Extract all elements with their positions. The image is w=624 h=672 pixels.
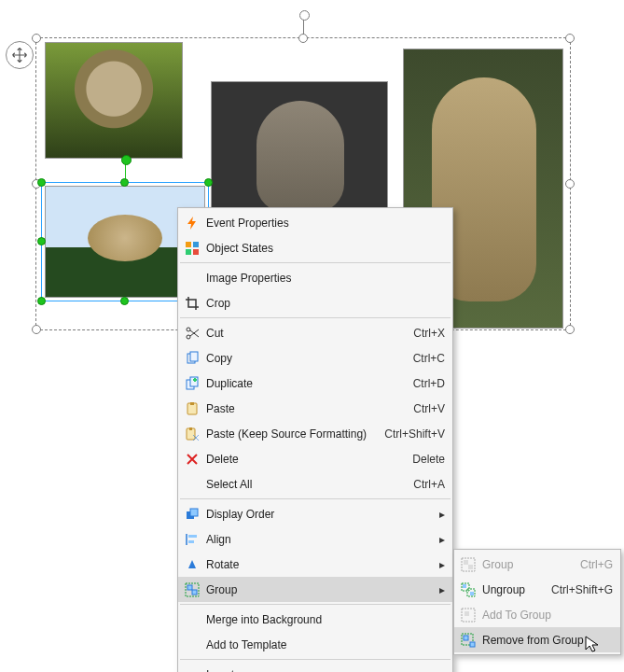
svg-rect-13 (189, 427, 192, 430)
menu-item-label: Select All (202, 478, 404, 491)
menu-item-object-states[interactable]: Object States (178, 235, 452, 260)
svg-rect-19 (187, 585, 192, 590)
menu-item-image-properties[interactable]: Image Properties (178, 265, 452, 290)
resize-handle[interactable] (120, 178, 129, 187)
menu-item-label: Paste (202, 402, 404, 415)
menu-item-label: Add to Template (202, 638, 445, 651)
menu-item-label: Insert (202, 668, 434, 673)
submenu-item-ungroup[interactable]: Ungroup Ctrl+Shift+G (454, 577, 620, 602)
svg-rect-1 (193, 242, 199, 247)
menu-item-merge-into-background[interactable]: Merge into Background (178, 607, 452, 632)
menu-item-label: Crop (202, 297, 445, 310)
menu-item-label: Merge into Background (202, 613, 445, 626)
menu-item-label: Ungroup (478, 583, 542, 596)
svg-rect-2 (186, 249, 191, 255)
menu-item-label: Align (202, 533, 434, 546)
resize-handle[interactable] (37, 178, 46, 187)
menu-item-shortcut: Ctrl+V (404, 402, 445, 415)
menu-item-label: Remove from Group (478, 634, 613, 647)
context-submenu-group: Group Ctrl+G Ungroup Ctrl+Shift+G Add To… (453, 549, 621, 655)
menu-item-label: Display Order (202, 508, 434, 521)
menu-item-shortcut: Ctrl+Shift+G (542, 583, 613, 596)
menu-separator (180, 262, 451, 263)
resize-handle[interactable] (120, 297, 129, 305)
menu-item-crop[interactable]: Crop (178, 290, 452, 315)
svg-rect-32 (470, 642, 475, 647)
menu-item-shortcut: Ctrl+A (404, 478, 445, 491)
svg-rect-17 (188, 540, 194, 543)
menu-item-display-order[interactable]: Display Order ▸ (178, 501, 452, 526)
svg-point-5 (187, 328, 190, 331)
menu-item-cut[interactable]: Cut Ctrl+X (178, 320, 452, 345)
svg-rect-26 (463, 584, 466, 588)
menu-item-group[interactable]: Group ▸ (178, 577, 452, 602)
add-to-group-icon (458, 608, 478, 623)
crop-icon (182, 296, 202, 311)
chevron-right-icon: ▸ (439, 668, 445, 673)
chevron-right-icon: ▸ (439, 583, 445, 596)
rotate-handle[interactable] (125, 162, 126, 179)
menu-item-shortcut: Ctrl+G (571, 558, 613, 571)
menu-item-shortcut: Delete (403, 453, 445, 466)
duplicate-icon (182, 376, 202, 391)
menu-item-label: Copy (202, 352, 404, 365)
menu-item-paste[interactable]: Paste Ctrl+V (178, 396, 452, 421)
copy-icon (182, 351, 202, 366)
svg-rect-22 (464, 560, 468, 565)
submenu-item-group[interactable]: Group Ctrl+G (454, 552, 620, 577)
submenu-item-remove-from-group[interactable]: Remove from Group (454, 627, 620, 652)
delete-icon (182, 452, 202, 467)
svg-rect-20 (192, 590, 197, 595)
resize-handle[interactable] (298, 34, 308, 43)
menu-item-shortcut: Ctrl+X (404, 327, 445, 340)
move-handle-icon[interactable] (6, 41, 34, 69)
svg-rect-27 (470, 592, 474, 595)
chevron-right-icon: ▸ (439, 558, 445, 571)
submenu-item-add-to-group[interactable]: Add To Group (454, 602, 620, 627)
menu-item-align[interactable]: Align ▸ (178, 526, 452, 552)
group-icon (182, 582, 202, 597)
menu-item-event-properties[interactable]: Event Properties (178, 210, 452, 235)
svg-rect-3 (193, 249, 199, 255)
menu-item-add-to-template[interactable]: Add to Template (178, 632, 452, 657)
menu-separator (180, 498, 451, 499)
menu-item-label: Group (478, 558, 571, 571)
menu-item-delete[interactable]: Delete Delete (178, 446, 452, 471)
svg-rect-23 (468, 565, 473, 569)
ungroup-icon (458, 582, 478, 597)
menu-item-label: Add To Group (478, 609, 613, 622)
rotate-handle[interactable] (303, 18, 304, 35)
svg-rect-11 (190, 402, 194, 405)
menu-separator (180, 317, 451, 318)
scissors-icon (182, 326, 202, 341)
menu-item-insert[interactable]: Insert ▸ (178, 662, 452, 672)
resize-handle[interactable] (37, 297, 46, 305)
menu-item-label: Rotate (202, 558, 434, 571)
resize-handle[interactable] (204, 178, 213, 187)
menu-item-label: Image Properties (202, 272, 445, 285)
resize-handle[interactable] (565, 34, 575, 43)
remove-from-group-icon (458, 633, 478, 648)
resize-handle[interactable] (565, 179, 575, 189)
menu-item-label: Cut (202, 327, 404, 340)
menu-item-shortcut: Ctrl+C (404, 352, 445, 365)
menu-item-copy[interactable]: Copy Ctrl+C (178, 345, 452, 371)
menu-item-label: Event Properties (202, 217, 445, 230)
resize-handle[interactable] (565, 325, 575, 334)
menu-item-rotate[interactable]: Rotate ▸ (178, 552, 452, 577)
paste-icon (182, 401, 202, 416)
menu-item-select-all[interactable]: Select All Ctrl+A (178, 471, 452, 497)
resize-handle[interactable] (37, 237, 46, 245)
editor-canvas[interactable]: Event Properties Object States Image Pro… (0, 0, 624, 672)
menu-item-duplicate[interactable]: Duplicate Ctrl+D (178, 371, 452, 396)
resize-handle[interactable] (32, 34, 41, 43)
resize-handle[interactable] (32, 325, 41, 334)
menu-item-shortcut: Ctrl+D (404, 377, 445, 390)
svg-rect-31 (464, 636, 468, 640)
svg-point-4 (187, 335, 190, 339)
menu-item-paste-keep-formatting[interactable]: Paste (Keep Source Formatting) Ctrl+Shif… (178, 421, 452, 446)
menu-item-label: Duplicate (202, 377, 404, 390)
svg-rect-7 (190, 352, 198, 361)
chevron-right-icon: ▸ (439, 533, 445, 546)
menu-item-label: Paste (Keep Source Formatting) (202, 427, 375, 441)
